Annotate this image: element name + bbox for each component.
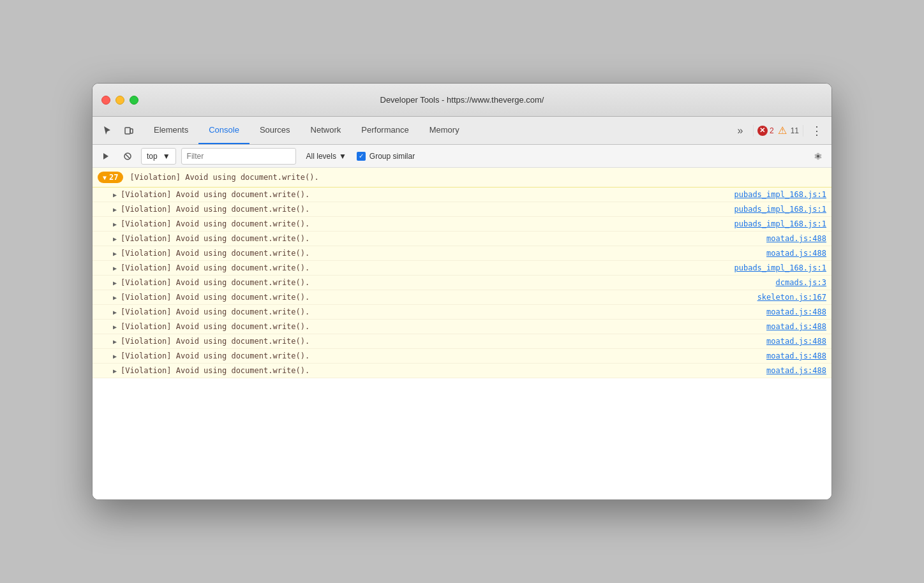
kebab-menu-button[interactable]: ⋮ — [807, 124, 826, 138]
violation-text: [Violation] Avoid using document.write()… — [121, 351, 766, 360]
violation-text: [Violation] Avoid using document.write()… — [121, 307, 766, 316]
console-row[interactable]: ▶ [Violation] Avoid using document.write… — [93, 202, 831, 217]
execute-button[interactable] — [98, 148, 114, 165]
svg-rect-0 — [125, 128, 130, 134]
close-button[interactable] — [101, 96, 110, 105]
source-link[interactable]: moatad.js:488 — [766, 351, 826, 360]
error-icon: ✕ — [757, 126, 768, 136]
tab-memory[interactable]: Memory — [419, 117, 470, 144]
violation-group-header[interactable]: ▼ 27 [Violation] Avoid using document.wr… — [93, 168, 831, 188]
svg-rect-1 — [130, 129, 133, 133]
console-row[interactable]: ▶ [Violation] Avoid using document.write… — [93, 232, 831, 246]
level-label: All levels — [306, 152, 336, 161]
console-settings-button[interactable] — [810, 148, 826, 165]
divider — [753, 125, 754, 137]
console-rows-container: ▶ [Violation] Avoid using document.write… — [93, 188, 831, 378]
level-dropdown-arrow: ▼ — [339, 152, 346, 161]
source-link[interactable]: pubads_impl_168.js:1 — [734, 205, 827, 214]
row-expand-arrow: ▶ — [113, 279, 117, 286]
console-row[interactable]: ▶ [Violation] Avoid using document.write… — [93, 305, 831, 320]
tab-network[interactable]: Network — [301, 117, 352, 144]
source-link[interactable]: moatad.js:488 — [766, 307, 826, 316]
warning-icon: ⚠ — [778, 124, 787, 137]
console-row[interactable]: ▶ [Violation] Avoid using document.write… — [93, 261, 831, 276]
row-expand-arrow: ▶ — [113, 235, 117, 242]
svg-line-4 — [126, 154, 130, 158]
violation-text: [Violation] Avoid using document.write()… — [121, 249, 766, 258]
console-row[interactable]: ▶ [Violation] Avoid using document.write… — [93, 188, 831, 202]
source-link[interactable]: moatad.js:488 — [766, 322, 826, 331]
violation-text: [Violation] Avoid using document.write()… — [121, 366, 766, 375]
violation-text: [Violation] Avoid using document.write()… — [121, 278, 775, 287]
console-row[interactable]: ▶ [Violation] Avoid using document.write… — [93, 364, 831, 378]
more-tabs-button[interactable]: » — [731, 122, 749, 140]
context-dropdown-arrow: ▼ — [163, 152, 170, 161]
row-expand-arrow: ▶ — [113, 265, 117, 272]
violation-text: [Violation] Avoid using document.write()… — [121, 293, 757, 302]
tabs-right: » ✕ 2 ⚠ 11 ⋮ — [731, 122, 826, 140]
tab-icons — [98, 122, 138, 140]
violation-text: [Violation] Avoid using document.write()… — [121, 205, 734, 214]
filter-input[interactable] — [181, 148, 296, 165]
context-value: top — [147, 152, 158, 161]
device-icon[interactable] — [119, 122, 138, 140]
expand-arrow-icon: ▼ — [103, 174, 107, 181]
clear-button[interactable] — [119, 148, 136, 165]
tab-console[interactable]: Console — [198, 117, 250, 144]
minimize-button[interactable] — [116, 96, 124, 105]
console-row[interactable]: ▶ [Violation] Avoid using document.write… — [93, 217, 831, 232]
row-expand-arrow: ▶ — [113, 338, 117, 345]
row-expand-arrow: ▶ — [113, 367, 117, 374]
source-link[interactable]: pubads_impl_168.js:1 — [734, 190, 827, 199]
traffic-lights — [101, 96, 138, 105]
source-link[interactable]: dcmads.js:3 — [776, 278, 826, 287]
group-similar-toggle[interactable]: ✓ Group similar — [357, 152, 415, 161]
violation-text: [Violation] Avoid using document.write()… — [121, 322, 766, 331]
warning-count: 11 — [791, 126, 799, 135]
violation-text: [Violation] Avoid using document.write()… — [121, 234, 766, 243]
row-expand-arrow: ▶ — [113, 323, 117, 330]
row-expand-arrow: ▶ — [113, 294, 117, 301]
violation-text: [Violation] Avoid using document.write()… — [121, 263, 734, 272]
tabs: Elements Console Sources Network Perform… — [144, 117, 731, 144]
context-select[interactable]: top ▼ — [141, 148, 176, 165]
svg-marker-2 — [103, 153, 108, 159]
group-similar-label: Group similar — [369, 152, 415, 161]
tabs-bar: Elements Console Sources Network Perform… — [93, 117, 831, 145]
row-expand-arrow: ▶ — [113, 221, 117, 228]
console-output[interactable]: ▼ 27 [Violation] Avoid using document.wr… — [93, 168, 831, 499]
tab-sources[interactable]: Sources — [250, 117, 301, 144]
row-expand-arrow: ▶ — [113, 309, 117, 316]
error-badge: ✕ 2 — [757, 126, 774, 136]
console-toolbar: top ▼ All levels ▼ ✓ Group similar — [93, 145, 831, 168]
console-row[interactable]: ▶ [Violation] Avoid using document.write… — [93, 320, 831, 334]
group-similar-checkbox[interactable]: ✓ — [357, 152, 366, 161]
violation-text: [Violation] Avoid using document.write()… — [121, 337, 766, 346]
level-select[interactable]: All levels ▼ — [301, 148, 352, 165]
group-count: 27 — [109, 173, 118, 182]
maximize-button[interactable] — [130, 96, 138, 105]
console-row[interactable]: ▶ [Violation] Avoid using document.write… — [93, 276, 831, 290]
title-bar: Developer Tools - https://www.theverge.c… — [93, 84, 831, 117]
tab-performance[interactable]: Performance — [351, 117, 419, 144]
cursor-icon[interactable] — [98, 122, 117, 140]
row-expand-arrow: ▶ — [113, 206, 117, 213]
console-row[interactable]: ▶ [Violation] Avoid using document.write… — [93, 349, 831, 364]
source-link[interactable]: pubads_impl_168.js:1 — [734, 219, 827, 228]
console-row[interactable]: ▶ [Violation] Avoid using document.write… — [93, 334, 831, 349]
source-link[interactable]: moatad.js:488 — [766, 366, 826, 375]
tab-elements[interactable]: Elements — [144, 117, 198, 144]
source-link[interactable]: moatad.js:488 — [766, 234, 826, 243]
row-expand-arrow: ▶ — [113, 353, 117, 360]
violation-text: [Violation] Avoid using document.write()… — [121, 219, 734, 228]
console-row[interactable]: ▶ [Violation] Avoid using document.write… — [93, 246, 831, 261]
row-expand-arrow: ▶ — [113, 191, 117, 198]
source-link[interactable]: skeleton.js:167 — [757, 293, 826, 302]
source-link[interactable]: moatad.js:488 — [766, 249, 826, 258]
source-link[interactable]: pubads_impl_168.js:1 — [734, 263, 827, 272]
group-header-text: [Violation] Avoid using document.write()… — [130, 173, 826, 182]
console-row[interactable]: ▶ [Violation] Avoid using document.write… — [93, 290, 831, 305]
source-link[interactable]: moatad.js:488 — [766, 337, 826, 346]
count-badge: ▼ 27 — [98, 172, 123, 183]
divider2 — [803, 125, 803, 137]
